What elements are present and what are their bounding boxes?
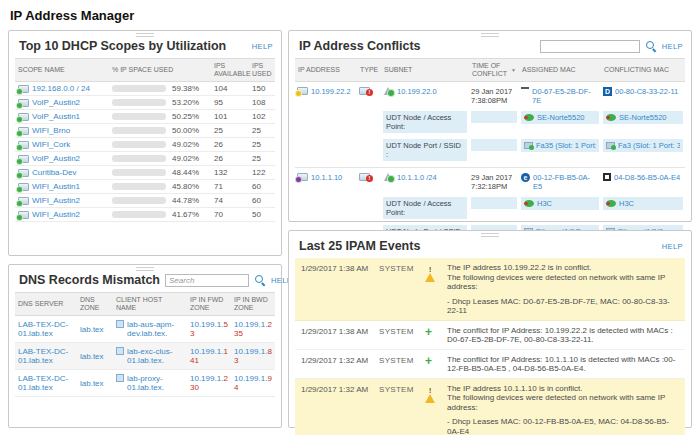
ip-address-link[interactable]: 10.1.1.10: [311, 173, 342, 182]
dns-search-input[interactable]: [165, 274, 249, 287]
udt-node-icon: [606, 200, 616, 207]
dns-server-link[interactable]: LAB-TEX-DC-01.lab.tex: [18, 374, 74, 392]
panel-drag-handle-icon[interactable]: [136, 33, 154, 38]
dhcp-scope-row: WIFI_Cork49.02%2625: [15, 138, 275, 152]
subnet-link[interactable]: 10.199.22.0: [397, 87, 437, 96]
scope-name-link[interactable]: VoIP_Austin1: [32, 112, 80, 121]
scope-name-link[interactable]: WIFI_Austin2: [32, 196, 80, 205]
event-timestamp: 1/29/2017 1:38 AM: [297, 262, 377, 276]
ip-in-fwd-zone-link[interactable]: 10.199.1.230: [190, 374, 228, 392]
column-header-ip-address[interactable]: IP ADDRESS: [295, 59, 357, 81]
search-icon[interactable]: [254, 274, 266, 286]
conflict-type-cell: !: [357, 171, 381, 193]
ipam-event-row: 1/29/2017 1:32 AMSYSTEM+The conflict for…: [295, 350, 685, 379]
utilization-bar-cell: [109, 97, 169, 108]
ip-in-bwd-zone-link[interactable]: 10.199.1.94: [234, 374, 272, 392]
udt-port-link[interactable]: Fa35 (Slot: 1 Port: 35): [536, 141, 596, 150]
help-link[interactable]: HELP: [252, 42, 273, 51]
time-of-conflict-cell: 29 Jan 20177:32:18PM: [469, 171, 519, 193]
help-link[interactable]: HELP: [662, 242, 683, 251]
ips-used-value: 25: [249, 138, 275, 151]
scope-name-link[interactable]: WIFI_Austin2: [32, 210, 80, 219]
scope-name-link[interactable]: VoIP_Austin2: [32, 154, 80, 163]
dns-zone-link[interactable]: lab.tex: [80, 352, 104, 361]
udt-node-link[interactable]: SE-Norte5520: [619, 113, 667, 122]
udt-node-link[interactable]: SE-Norte5520: [537, 113, 585, 122]
ips-available-value: 26: [211, 152, 249, 165]
dns-zone-link[interactable]: lab.tex: [80, 379, 104, 388]
mismatched-octet: 230: [190, 374, 228, 392]
dns-server-link[interactable]: LAB-TEX-DC-01.lab.tex: [18, 320, 74, 338]
udt-node-link[interactable]: H3C: [619, 199, 634, 208]
percent-used-value: 59.38%: [169, 82, 211, 95]
event-message: The IP address 10.199.22.2 is in conflic…: [443, 262, 683, 316]
conflicts-search-input[interactable]: [540, 40, 640, 53]
panel-ip-address-conflicts: IP Address Conflicts HELP IP ADDRESSTYPE…: [288, 30, 692, 222]
scope-name-link[interactable]: 192.168.0.0 / 24: [32, 84, 90, 93]
ip-in-fwd-zone-link[interactable]: 10.199.1.141: [190, 347, 228, 365]
dns-server-link[interactable]: LAB-TEX-DC-01.lab.tex: [18, 347, 74, 365]
client-host-link[interactable]: lab-aus-apm-dev.lab.tex.: [127, 320, 184, 338]
conflicting-udt-port-cell: Fa3 (Slot: 1 Port: 3): [601, 137, 685, 163]
conflicting-mac-link[interactable]: 04-D8-56-B5-0A-E4: [614, 173, 680, 182]
dhcp-scope-row: WIFI_Brno50.00%2525: [15, 124, 275, 138]
scope-name-cell: VoIP_Austin2: [15, 152, 109, 165]
panel-drag-handle-icon[interactable]: [481, 233, 499, 238]
event-icon-cell: +: [425, 354, 443, 368]
subnet-link[interactable]: 10.1.1.0 /24: [397, 173, 437, 182]
percent-used-value: 50.25%: [169, 110, 211, 123]
panel-drag-handle-icon[interactable]: [136, 267, 154, 272]
event-message-line: The conflict for IP Address: 10.199.22.2…: [447, 326, 681, 345]
client-host-cell: lab-proxy-01.lab.tex.: [113, 370, 187, 396]
scope-name-link[interactable]: WIFI_Austin1: [32, 182, 80, 191]
host-icon: [116, 374, 124, 382]
column-header-conflicting-mac[interactable]: CONFLICTING MAC: [601, 59, 685, 81]
ip-in-bwd-zone-link[interactable]: 10.199.1.235: [234, 320, 272, 338]
client-host-link[interactable]: lab-proxy-01.lab.tex.: [127, 374, 184, 392]
column-header-subnet[interactable]: SUBNET: [381, 59, 469, 81]
dns-zone-link[interactable]: lab.tex: [80, 325, 104, 334]
scope-name-link[interactable]: WIFI_Brno: [32, 126, 70, 135]
udt-node-label: UDT Node / Access Point:: [383, 111, 467, 133]
dhcp-scope-row: 192.168.0.0 / 2459.38%104150: [15, 82, 275, 96]
panel-drag-handle-icon[interactable]: [481, 33, 499, 38]
column-header-assigned-mac[interactable]: ASSIGNED MAC: [519, 59, 601, 81]
ip-address-link[interactable]: 10.199.22.2: [311, 87, 351, 96]
ip-in-fwd-zone-link[interactable]: 10.199.1.53: [190, 320, 228, 338]
dhcp-scope-icon: [18, 211, 29, 219]
conflicting-mac-link[interactable]: 00-80-C8-33-22-11: [615, 87, 678, 96]
event-message: The IP address 10.1.1.10 is in conflict.…: [443, 383, 683, 435]
empty-chip: [471, 139, 517, 151]
event-timestamp: 1/29/2017 1:32 AM: [297, 383, 377, 397]
conflict-time: 7:32:18PM: [471, 182, 512, 191]
udt-port-label-cell: UDT Node Port / SSID :: [381, 137, 469, 163]
udt-node-chip: H3C: [521, 197, 599, 210]
scope-name-link[interactable]: VoIP_Austin2: [32, 98, 80, 107]
column-header-dns-server: DNS SERVER: [15, 293, 77, 315]
scope-name-link[interactable]: WIFI_Cork: [32, 140, 70, 149]
udt-node-icon: [524, 200, 534, 207]
plus-icon: +: [425, 325, 432, 339]
status-up-icon: [16, 130, 23, 137]
percent-used-value: 48.44%: [169, 166, 211, 179]
time-filler-cell: [469, 137, 519, 163]
dhcp-scope-icon: [18, 99, 29, 107]
help-link[interactable]: HELP: [662, 42, 683, 51]
utilization-bar-cell: [109, 153, 169, 164]
assigned-mac-link[interactable]: 00-12-FB-B5-0A-E5: [533, 173, 599, 191]
mismatched-octet: 83: [234, 347, 272, 365]
udt-node-link[interactable]: H3C: [537, 199, 552, 208]
udt-port-link[interactable]: Fa3 (Slot: 1 Port: 3): [618, 141, 680, 150]
event-message-line: The following devices were detected on n…: [447, 273, 681, 292]
ip-in-bwd-zone-link[interactable]: 10.199.1.83: [234, 347, 272, 365]
client-host-link[interactable]: lab-exc-clus-01.lab.tex.: [127, 347, 184, 365]
conflict-alert-badge: !: [366, 175, 373, 182]
assigned-mac-link[interactable]: D0-67-E5-2B-DF-7E: [532, 87, 599, 105]
column-header-time-of-conflict[interactable]: TIME OF CONFLICT▼: [469, 59, 519, 81]
dns-server-cell: LAB-TEX-DC-01.lab.tex: [15, 316, 77, 342]
event-message-line: The IP address 10.199.22.2 is in conflic…: [447, 263, 681, 273]
search-icon[interactable]: [645, 40, 657, 52]
column-header-type[interactable]: TYPE: [357, 59, 381, 81]
scope-name-link[interactable]: Curitiba-Dev: [32, 168, 76, 177]
conflict-detail-line: UDT Node / Access Point:SE-Norte5520SE-N…: [295, 109, 685, 135]
